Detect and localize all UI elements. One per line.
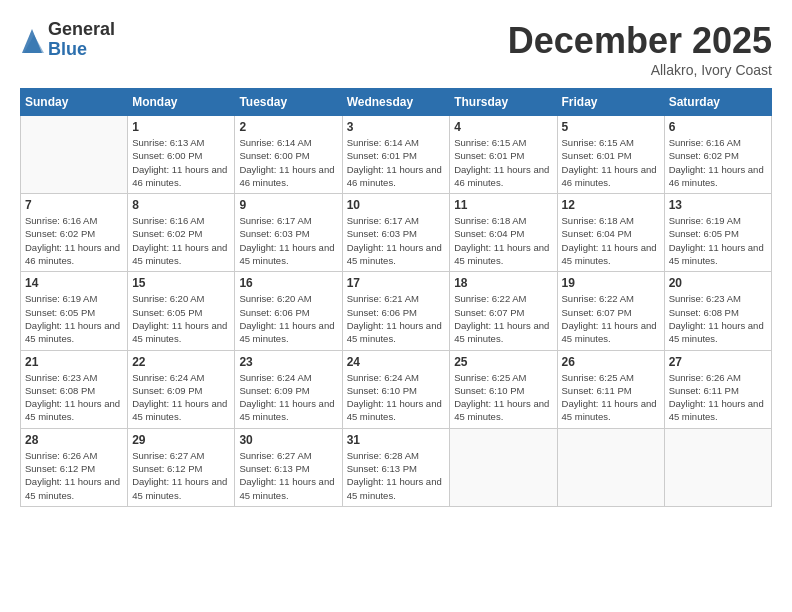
day-number: 2 xyxy=(239,120,337,134)
day-detail: Sunrise: 6:16 AM Sunset: 6:02 PM Dayligh… xyxy=(132,214,230,267)
day-number: 17 xyxy=(347,276,446,290)
day-detail: Sunrise: 6:18 AM Sunset: 6:04 PM Dayligh… xyxy=(454,214,552,267)
calendar-cell: 28Sunrise: 6:26 AM Sunset: 6:12 PM Dayli… xyxy=(21,428,128,506)
logo-blue: Blue xyxy=(48,40,115,60)
calendar-cell: 14Sunrise: 6:19 AM Sunset: 6:05 PM Dayli… xyxy=(21,272,128,350)
calendar-cell: 20Sunrise: 6:23 AM Sunset: 6:08 PM Dayli… xyxy=(664,272,771,350)
calendar-cell xyxy=(664,428,771,506)
day-detail: Sunrise: 6:17 AM Sunset: 6:03 PM Dayligh… xyxy=(239,214,337,267)
day-number: 31 xyxy=(347,433,446,447)
day-number: 28 xyxy=(25,433,123,447)
day-detail: Sunrise: 6:18 AM Sunset: 6:04 PM Dayligh… xyxy=(562,214,660,267)
day-number: 19 xyxy=(562,276,660,290)
day-number: 7 xyxy=(25,198,123,212)
day-detail: Sunrise: 6:28 AM Sunset: 6:13 PM Dayligh… xyxy=(347,449,446,502)
day-number: 16 xyxy=(239,276,337,290)
calendar-cell: 30Sunrise: 6:27 AM Sunset: 6:13 PM Dayli… xyxy=(235,428,342,506)
day-number: 6 xyxy=(669,120,767,134)
weekday-sunday: Sunday xyxy=(21,89,128,116)
day-number: 24 xyxy=(347,355,446,369)
calendar-cell: 27Sunrise: 6:26 AM Sunset: 6:11 PM Dayli… xyxy=(664,350,771,428)
calendar-cell: 29Sunrise: 6:27 AM Sunset: 6:12 PM Dayli… xyxy=(128,428,235,506)
calendar-cell: 6Sunrise: 6:16 AM Sunset: 6:02 PM Daylig… xyxy=(664,116,771,194)
logo: General Blue xyxy=(20,20,115,60)
weekday-header-row: SundayMondayTuesdayWednesdayThursdayFrid… xyxy=(21,89,772,116)
logo-icon xyxy=(20,25,44,55)
week-row-5: 28Sunrise: 6:26 AM Sunset: 6:12 PM Dayli… xyxy=(21,428,772,506)
week-row-3: 14Sunrise: 6:19 AM Sunset: 6:05 PM Dayli… xyxy=(21,272,772,350)
calendar-cell: 17Sunrise: 6:21 AM Sunset: 6:06 PM Dayli… xyxy=(342,272,450,350)
calendar-cell: 23Sunrise: 6:24 AM Sunset: 6:09 PM Dayli… xyxy=(235,350,342,428)
day-number: 11 xyxy=(454,198,552,212)
weekday-tuesday: Tuesday xyxy=(235,89,342,116)
calendar-cell: 19Sunrise: 6:22 AM Sunset: 6:07 PM Dayli… xyxy=(557,272,664,350)
location: Allakro, Ivory Coast xyxy=(508,62,772,78)
day-detail: Sunrise: 6:14 AM Sunset: 6:01 PM Dayligh… xyxy=(347,136,446,189)
day-detail: Sunrise: 6:25 AM Sunset: 6:10 PM Dayligh… xyxy=(454,371,552,424)
day-number: 15 xyxy=(132,276,230,290)
day-number: 9 xyxy=(239,198,337,212)
day-number: 25 xyxy=(454,355,552,369)
day-number: 1 xyxy=(132,120,230,134)
calendar-cell: 8Sunrise: 6:16 AM Sunset: 6:02 PM Daylig… xyxy=(128,194,235,272)
calendar-cell: 22Sunrise: 6:24 AM Sunset: 6:09 PM Dayli… xyxy=(128,350,235,428)
calendar-cell: 16Sunrise: 6:20 AM Sunset: 6:06 PM Dayli… xyxy=(235,272,342,350)
day-number: 22 xyxy=(132,355,230,369)
title-block: December 2025 Allakro, Ivory Coast xyxy=(508,20,772,78)
week-row-4: 21Sunrise: 6:23 AM Sunset: 6:08 PM Dayli… xyxy=(21,350,772,428)
calendar-cell: 3Sunrise: 6:14 AM Sunset: 6:01 PM Daylig… xyxy=(342,116,450,194)
day-detail: Sunrise: 6:19 AM Sunset: 6:05 PM Dayligh… xyxy=(25,292,123,345)
day-number: 27 xyxy=(669,355,767,369)
calendar-cell: 13Sunrise: 6:19 AM Sunset: 6:05 PM Dayli… xyxy=(664,194,771,272)
day-number: 5 xyxy=(562,120,660,134)
calendar-cell: 31Sunrise: 6:28 AM Sunset: 6:13 PM Dayli… xyxy=(342,428,450,506)
week-row-2: 7Sunrise: 6:16 AM Sunset: 6:02 PM Daylig… xyxy=(21,194,772,272)
day-number: 14 xyxy=(25,276,123,290)
weekday-wednesday: Wednesday xyxy=(342,89,450,116)
day-number: 12 xyxy=(562,198,660,212)
calendar-cell: 24Sunrise: 6:24 AM Sunset: 6:10 PM Dayli… xyxy=(342,350,450,428)
day-detail: Sunrise: 6:16 AM Sunset: 6:02 PM Dayligh… xyxy=(669,136,767,189)
day-detail: Sunrise: 6:13 AM Sunset: 6:00 PM Dayligh… xyxy=(132,136,230,189)
calendar-body: 1Sunrise: 6:13 AM Sunset: 6:00 PM Daylig… xyxy=(21,116,772,507)
day-detail: Sunrise: 6:24 AM Sunset: 6:09 PM Dayligh… xyxy=(239,371,337,424)
calendar-cell: 1Sunrise: 6:13 AM Sunset: 6:00 PM Daylig… xyxy=(128,116,235,194)
day-detail: Sunrise: 6:27 AM Sunset: 6:13 PM Dayligh… xyxy=(239,449,337,502)
calendar-cell: 12Sunrise: 6:18 AM Sunset: 6:04 PM Dayli… xyxy=(557,194,664,272)
day-detail: Sunrise: 6:20 AM Sunset: 6:05 PM Dayligh… xyxy=(132,292,230,345)
day-detail: Sunrise: 6:15 AM Sunset: 6:01 PM Dayligh… xyxy=(454,136,552,189)
calendar-cell: 26Sunrise: 6:25 AM Sunset: 6:11 PM Dayli… xyxy=(557,350,664,428)
day-number: 21 xyxy=(25,355,123,369)
day-number: 13 xyxy=(669,198,767,212)
day-detail: Sunrise: 6:15 AM Sunset: 6:01 PM Dayligh… xyxy=(562,136,660,189)
week-row-1: 1Sunrise: 6:13 AM Sunset: 6:00 PM Daylig… xyxy=(21,116,772,194)
weekday-saturday: Saturday xyxy=(664,89,771,116)
calendar-cell: 5Sunrise: 6:15 AM Sunset: 6:01 PM Daylig… xyxy=(557,116,664,194)
calendar-cell: 15Sunrise: 6:20 AM Sunset: 6:05 PM Dayli… xyxy=(128,272,235,350)
day-detail: Sunrise: 6:17 AM Sunset: 6:03 PM Dayligh… xyxy=(347,214,446,267)
day-detail: Sunrise: 6:16 AM Sunset: 6:02 PM Dayligh… xyxy=(25,214,123,267)
day-detail: Sunrise: 6:26 AM Sunset: 6:11 PM Dayligh… xyxy=(669,371,767,424)
day-detail: Sunrise: 6:22 AM Sunset: 6:07 PM Dayligh… xyxy=(562,292,660,345)
day-number: 3 xyxy=(347,120,446,134)
weekday-friday: Friday xyxy=(557,89,664,116)
day-detail: Sunrise: 6:20 AM Sunset: 6:06 PM Dayligh… xyxy=(239,292,337,345)
day-detail: Sunrise: 6:23 AM Sunset: 6:08 PM Dayligh… xyxy=(25,371,123,424)
weekday-monday: Monday xyxy=(128,89,235,116)
day-detail: Sunrise: 6:14 AM Sunset: 6:00 PM Dayligh… xyxy=(239,136,337,189)
day-number: 8 xyxy=(132,198,230,212)
day-detail: Sunrise: 6:25 AM Sunset: 6:11 PM Dayligh… xyxy=(562,371,660,424)
page-header: General Blue December 2025 Allakro, Ivor… xyxy=(20,20,772,78)
day-number: 20 xyxy=(669,276,767,290)
calendar-cell: 11Sunrise: 6:18 AM Sunset: 6:04 PM Dayli… xyxy=(450,194,557,272)
calendar-cell: 10Sunrise: 6:17 AM Sunset: 6:03 PM Dayli… xyxy=(342,194,450,272)
day-number: 30 xyxy=(239,433,337,447)
calendar-table: SundayMondayTuesdayWednesdayThursdayFrid… xyxy=(20,88,772,507)
calendar-cell: 9Sunrise: 6:17 AM Sunset: 6:03 PM Daylig… xyxy=(235,194,342,272)
calendar-cell: 4Sunrise: 6:15 AM Sunset: 6:01 PM Daylig… xyxy=(450,116,557,194)
calendar-cell: 2Sunrise: 6:14 AM Sunset: 6:00 PM Daylig… xyxy=(235,116,342,194)
day-number: 4 xyxy=(454,120,552,134)
day-detail: Sunrise: 6:27 AM Sunset: 6:12 PM Dayligh… xyxy=(132,449,230,502)
day-number: 26 xyxy=(562,355,660,369)
day-detail: Sunrise: 6:19 AM Sunset: 6:05 PM Dayligh… xyxy=(669,214,767,267)
